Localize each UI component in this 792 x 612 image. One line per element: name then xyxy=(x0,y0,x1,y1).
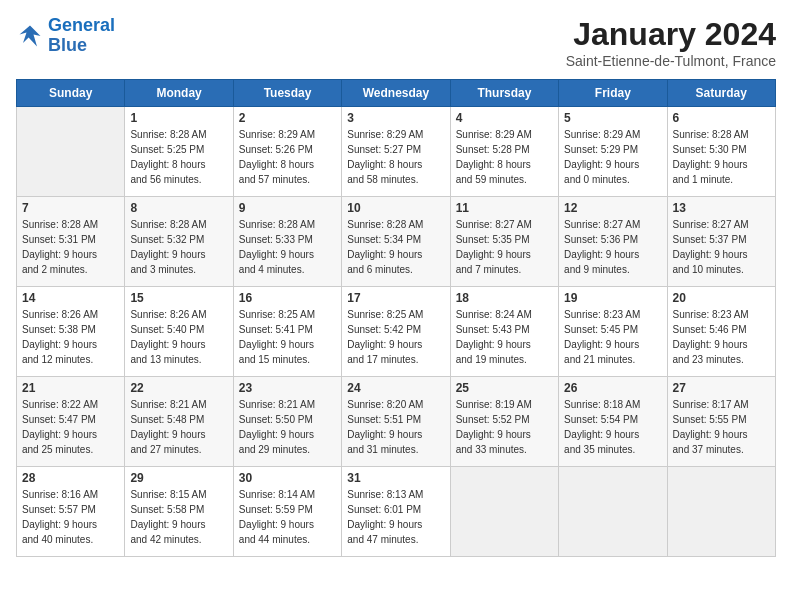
sunrise-line: Sunrise: 8:29 AM xyxy=(456,129,532,140)
calendar-cell: 25Sunrise: 8:19 AMSunset: 5:52 PMDayligh… xyxy=(450,377,558,467)
day-number: 3 xyxy=(347,111,444,125)
day-number: 2 xyxy=(239,111,336,125)
day-number: 8 xyxy=(130,201,227,215)
sunrise-line: Sunrise: 8:28 AM xyxy=(239,219,315,230)
day-number: 30 xyxy=(239,471,336,485)
calendar-cell: 29Sunrise: 8:15 AMSunset: 5:58 PMDayligh… xyxy=(125,467,233,557)
day-info: Sunrise: 8:28 AMSunset: 5:25 PMDaylight:… xyxy=(130,127,227,187)
daylight-line2: and 3 minutes. xyxy=(130,264,196,275)
sunrise-line: Sunrise: 8:27 AM xyxy=(456,219,532,230)
day-info: Sunrise: 8:15 AMSunset: 5:58 PMDaylight:… xyxy=(130,487,227,547)
daylight-line1: Daylight: 9 hours xyxy=(456,249,531,260)
sunrise-line: Sunrise: 8:13 AM xyxy=(347,489,423,500)
day-info: Sunrise: 8:28 AMSunset: 5:34 PMDaylight:… xyxy=(347,217,444,277)
sunrise-line: Sunrise: 8:21 AM xyxy=(239,399,315,410)
daylight-line1: Daylight: 9 hours xyxy=(347,519,422,530)
day-info: Sunrise: 8:16 AMSunset: 5:57 PMDaylight:… xyxy=(22,487,119,547)
day-info: Sunrise: 8:29 AMSunset: 5:28 PMDaylight:… xyxy=(456,127,553,187)
sunset-line: Sunset: 5:33 PM xyxy=(239,234,313,245)
calendar-cell: 14Sunrise: 8:26 AMSunset: 5:38 PMDayligh… xyxy=(17,287,125,377)
week-row-4: 21Sunrise: 8:22 AMSunset: 5:47 PMDayligh… xyxy=(17,377,776,467)
day-info: Sunrise: 8:14 AMSunset: 5:59 PMDaylight:… xyxy=(239,487,336,547)
daylight-line2: and 25 minutes. xyxy=(22,444,93,455)
sunrise-line: Sunrise: 8:24 AM xyxy=(456,309,532,320)
calendar-cell: 26Sunrise: 8:18 AMSunset: 5:54 PMDayligh… xyxy=(559,377,667,467)
sunset-line: Sunset: 5:26 PM xyxy=(239,144,313,155)
day-info: Sunrise: 8:24 AMSunset: 5:43 PMDaylight:… xyxy=(456,307,553,367)
day-number: 18 xyxy=(456,291,553,305)
daylight-line1: Daylight: 9 hours xyxy=(130,519,205,530)
day-number: 21 xyxy=(22,381,119,395)
calendar-cell xyxy=(667,467,775,557)
daylight-line2: and 9 minutes. xyxy=(564,264,630,275)
sunrise-line: Sunrise: 8:28 AM xyxy=(130,129,206,140)
calendar-cell: 20Sunrise: 8:23 AMSunset: 5:46 PMDayligh… xyxy=(667,287,775,377)
daylight-line1: Daylight: 9 hours xyxy=(456,429,531,440)
calendar-cell xyxy=(450,467,558,557)
day-info: Sunrise: 8:27 AMSunset: 5:37 PMDaylight:… xyxy=(673,217,770,277)
calendar-cell: 3Sunrise: 8:29 AMSunset: 5:27 PMDaylight… xyxy=(342,107,450,197)
sunset-line: Sunset: 5:48 PM xyxy=(130,414,204,425)
day-header-monday: Monday xyxy=(125,80,233,107)
sunrise-line: Sunrise: 8:29 AM xyxy=(239,129,315,140)
sunset-line: Sunset: 5:59 PM xyxy=(239,504,313,515)
daylight-line1: Daylight: 9 hours xyxy=(130,249,205,260)
daylight-line2: and 57 minutes. xyxy=(239,174,310,185)
sunrise-line: Sunrise: 8:15 AM xyxy=(130,489,206,500)
day-info: Sunrise: 8:25 AMSunset: 5:41 PMDaylight:… xyxy=(239,307,336,367)
sunset-line: Sunset: 5:55 PM xyxy=(673,414,747,425)
day-info: Sunrise: 8:27 AMSunset: 5:36 PMDaylight:… xyxy=(564,217,661,277)
day-info: Sunrise: 8:19 AMSunset: 5:52 PMDaylight:… xyxy=(456,397,553,457)
day-number: 9 xyxy=(239,201,336,215)
day-number: 7 xyxy=(22,201,119,215)
sunset-line: Sunset: 5:54 PM xyxy=(564,414,638,425)
daylight-line1: Daylight: 9 hours xyxy=(673,429,748,440)
day-info: Sunrise: 8:13 AMSunset: 6:01 PMDaylight:… xyxy=(347,487,444,547)
month-year-title: January 2024 xyxy=(566,16,776,53)
day-number: 31 xyxy=(347,471,444,485)
daylight-line2: and 21 minutes. xyxy=(564,354,635,365)
daylight-line2: and 13 minutes. xyxy=(130,354,201,365)
day-number: 25 xyxy=(456,381,553,395)
sunset-line: Sunset: 5:32 PM xyxy=(130,234,204,245)
daylight-line1: Daylight: 9 hours xyxy=(239,519,314,530)
day-number: 12 xyxy=(564,201,661,215)
daylight-line1: Daylight: 9 hours xyxy=(22,249,97,260)
daylight-line2: and 1 minute. xyxy=(673,174,734,185)
daylight-line1: Daylight: 9 hours xyxy=(564,429,639,440)
daylight-line2: and 10 minutes. xyxy=(673,264,744,275)
sunrise-line: Sunrise: 8:20 AM xyxy=(347,399,423,410)
logo: General Blue xyxy=(16,16,115,56)
day-number: 22 xyxy=(130,381,227,395)
daylight-line1: Daylight: 9 hours xyxy=(239,339,314,350)
day-header-tuesday: Tuesday xyxy=(233,80,341,107)
calendar-cell: 16Sunrise: 8:25 AMSunset: 5:41 PMDayligh… xyxy=(233,287,341,377)
daylight-line1: Daylight: 9 hours xyxy=(130,339,205,350)
sunrise-line: Sunrise: 8:27 AM xyxy=(564,219,640,230)
day-header-saturday: Saturday xyxy=(667,80,775,107)
sunset-line: Sunset: 5:28 PM xyxy=(456,144,530,155)
day-number: 13 xyxy=(673,201,770,215)
day-info: Sunrise: 8:17 AMSunset: 5:55 PMDaylight:… xyxy=(673,397,770,457)
day-info: Sunrise: 8:20 AMSunset: 5:51 PMDaylight:… xyxy=(347,397,444,457)
sunset-line: Sunset: 5:52 PM xyxy=(456,414,530,425)
day-number: 5 xyxy=(564,111,661,125)
day-info: Sunrise: 8:18 AMSunset: 5:54 PMDaylight:… xyxy=(564,397,661,457)
calendar-cell: 15Sunrise: 8:26 AMSunset: 5:40 PMDayligh… xyxy=(125,287,233,377)
day-number: 24 xyxy=(347,381,444,395)
sunrise-line: Sunrise: 8:16 AM xyxy=(22,489,98,500)
sunrise-line: Sunrise: 8:19 AM xyxy=(456,399,532,410)
sunrise-line: Sunrise: 8:25 AM xyxy=(347,309,423,320)
sunset-line: Sunset: 5:35 PM xyxy=(456,234,530,245)
day-number: 4 xyxy=(456,111,553,125)
day-number: 11 xyxy=(456,201,553,215)
calendar-cell: 31Sunrise: 8:13 AMSunset: 6:01 PMDayligh… xyxy=(342,467,450,557)
daylight-line1: Daylight: 9 hours xyxy=(22,429,97,440)
daylight-line2: and 40 minutes. xyxy=(22,534,93,545)
sunrise-line: Sunrise: 8:21 AM xyxy=(130,399,206,410)
calendar-cell: 21Sunrise: 8:22 AMSunset: 5:47 PMDayligh… xyxy=(17,377,125,467)
daylight-line2: and 33 minutes. xyxy=(456,444,527,455)
day-number: 29 xyxy=(130,471,227,485)
location-subtitle: Saint-Etienne-de-Tulmont, France xyxy=(566,53,776,69)
daylight-line2: and 37 minutes. xyxy=(673,444,744,455)
